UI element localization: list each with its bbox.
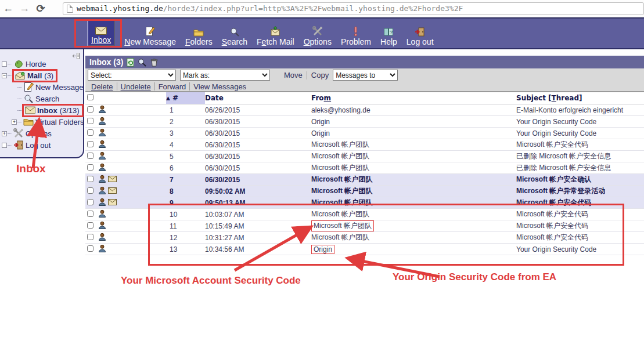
mark-as-dropdown[interactable]: Mark as:	[180, 70, 270, 81]
message-checkbox[interactable]	[87, 141, 93, 147]
forward-link[interactable]: Forward	[155, 82, 190, 91]
sender-avatar-icon	[98, 233, 106, 242]
toolbar-item-options[interactable]: Options	[304, 24, 332, 46]
message-checkbox[interactable]	[87, 164, 93, 171]
message-checkbox[interactable]	[87, 211, 93, 217]
message-row[interactable]: 4 06/30/2015 Microsoft 帐户团队 Microsoft 帐户…	[85, 139, 644, 151]
message-checkbox[interactable]	[87, 176, 93, 182]
copy-link[interactable]: Copy	[307, 71, 333, 79]
message-from[interactable]: Microsoft 帐户团队	[311, 152, 369, 160]
message-subject[interactable]: Microsoft 帐户安全确认	[516, 175, 591, 183]
subject-column-header[interactable]: Subject [Thread]	[516, 94, 644, 102]
message-subject[interactable]: Microsoft 帐户异常登录活动	[516, 187, 605, 195]
move-link[interactable]: Move	[280, 71, 307, 79]
message-from[interactable]: Microsoft 帐户团队	[311, 220, 374, 231]
message-row[interactable]: 3 06/30/2015 Origin Your Origin Security…	[85, 128, 644, 139]
back-icon[interactable]: ←	[0, 2, 16, 15]
message-row[interactable]: 1 06/26/2015 aleks@yhosting.de E-Mail-Ko…	[85, 104, 644, 116]
message-subject[interactable]: 已删除 Microsoft 帐户安全信息	[516, 164, 611, 172]
sidebar-item-virtual-folders[interactable]: +Virtual Folders	[0, 116, 83, 128]
tree-toggle-plus-icon[interactable]: +	[2, 131, 7, 136]
message-from[interactable]: Origin	[311, 118, 330, 126]
message-from[interactable]: Microsoft 帐户团队	[311, 210, 369, 218]
message-checkbox[interactable]	[87, 129, 93, 136]
toolbar-item-folders[interactable]: Folders	[185, 24, 213, 46]
tree-toggle-empty-icon[interactable]	[2, 61, 7, 67]
folder-tree: Horde−Mail(3)New MessageSearchInbox(3/13…	[0, 58, 83, 151]
message-from[interactable]: Microsoft 帐户团队	[311, 175, 372, 183]
toolbar-item-log-out[interactable]: Log out	[406, 24, 434, 46]
message-subject[interactable]: Microsoft 帐户安全代码	[516, 198, 591, 207]
message-checkbox[interactable]	[87, 222, 93, 229]
message-subject[interactable]: Your Origin Security Code	[516, 118, 596, 126]
message-from[interactable]: Microsoft 帐户团队	[311, 233, 369, 241]
message-from[interactable]: Origin	[311, 245, 334, 254]
messages-to-dropdown[interactable]: Messages to	[333, 70, 398, 81]
message-checkbox[interactable]	[87, 118, 93, 124]
message-subject[interactable]: Your Origin Security Code	[516, 129, 596, 137]
message-from[interactable]: Microsoft 帐户团队	[311, 187, 372, 195]
view-messages-link[interactable]: View Messages	[190, 82, 250, 91]
message-from[interactable]: Microsoft 帐户团队	[311, 140, 369, 148]
sidebar-item-new-message[interactable]: New Message	[0, 81, 83, 93]
from-column-header[interactable]: From	[311, 94, 516, 102]
undelete-link[interactable]: Undelete	[117, 82, 154, 91]
message-row[interactable]: 12 10:31:27 AM Microsoft 帐户团队 Microsoft …	[85, 232, 644, 244]
message-row[interactable]: 10 10:03:07 AM Microsoft 帐户团队 Microsoft …	[85, 209, 644, 220]
delete-link[interactable]: Delete	[88, 82, 117, 91]
sidebar-item-mail[interactable]: −Mail(3)	[0, 70, 83, 81]
date-column-header[interactable]: Date	[205, 94, 311, 102]
select-all-checkbox[interactable]	[87, 94, 93, 100]
sidebar-item-horde[interactable]: Horde	[0, 58, 83, 70]
sidebar-item-log-out[interactable]: Log out	[0, 139, 83, 151]
message-row[interactable]: 7 06/30/2015 Microsoft 帐户团队 Microsoft 帐户…	[85, 174, 644, 186]
sidebar-item-inbox[interactable]: Inbox(3/13)	[0, 104, 83, 116]
toolbar-item-new-message[interactable]: New Message	[124, 24, 176, 46]
sort-ascending-icon: ▲	[166, 95, 170, 101]
message-checkbox[interactable]	[87, 106, 93, 113]
message-row[interactable]: 6 06/30/2015 Microsoft 帐户团队 已删除 Microsof…	[85, 162, 644, 174]
trash-icon[interactable]	[150, 58, 159, 67]
toolbar-item-search[interactable]: Search	[222, 24, 247, 46]
message-row[interactable]: 2 06/30/2015 Origin Your Origin Security…	[85, 116, 644, 128]
forward-icon[interactable]: →	[16, 2, 33, 15]
message-row[interactable]: 8 09:50:02 AM Microsoft 帐户团队 Microsoft 帐…	[85, 186, 644, 197]
number-column-header[interactable]: ▲ #	[166, 92, 205, 104]
message-subject[interactable]: Microsoft 帐户安全代码	[516, 233, 588, 241]
message-row[interactable]: 13 10:34:56 AM Origin Your Origin Securi…	[85, 244, 644, 255]
message-from[interactable]: aleks@yhosting.de	[311, 106, 370, 114]
reload-icon[interactable]: ⟳	[33, 2, 49, 15]
message-subject[interactable]: Your Origin Security Code	[516, 245, 596, 253]
message-from[interactable]: Microsoft 帐户团队	[311, 164, 369, 172]
message-row[interactable]: 5 06/30/2015 Microsoft 帐户团队 已删除 Microsof…	[85, 151, 644, 162]
message-subject[interactable]: Microsoft 帐户安全代码	[516, 210, 588, 218]
toolbar-item-inbox[interactable]: Inbox	[87, 20, 115, 46]
message-checkbox[interactable]	[87, 199, 93, 205]
tree-toggle-plus-icon[interactable]: +	[12, 119, 17, 125]
toolbar-item-fetch-mail[interactable]: Fetch Mail	[257, 24, 294, 46]
message-from[interactable]: Microsoft 帐户团队	[311, 198, 372, 207]
toolbar-item-help[interactable]: ?Help	[380, 24, 397, 46]
tree-dotted-line	[8, 145, 12, 146]
message-from[interactable]: Origin	[311, 129, 330, 137]
message-subject[interactable]: Microsoft 帐户安全代码	[516, 222, 588, 230]
tree-toggle-minus-icon[interactable]: −	[2, 73, 7, 78]
message-checkbox[interactable]	[87, 187, 93, 194]
message-checkbox[interactable]	[87, 153, 93, 159]
refresh-icon[interactable]	[127, 58, 134, 67]
sidebar-item-options[interactable]: +Options	[0, 128, 83, 139]
message-subject[interactable]: 已删除 Microsoft 帐户安全信息	[516, 152, 611, 160]
toolbar-item-problem[interactable]: Problem	[341, 24, 371, 46]
message-checkbox[interactable]	[87, 234, 93, 240]
sidebar-item-search[interactable]: Search	[0, 93, 83, 104]
message-row[interactable]: 11 10:15:49 AM Microsoft 帐户团队 Microsoft …	[85, 220, 644, 232]
message-subject[interactable]: Microsoft 帐户安全代码	[516, 140, 588, 148]
search-icon[interactable]	[138, 58, 146, 67]
collapse-sidebar-icon[interactable]	[71, 52, 80, 62]
select-dropdown[interactable]: Select:	[88, 70, 176, 81]
tree-toggle-empty-icon[interactable]	[2, 143, 7, 148]
message-checkbox[interactable]	[87, 245, 93, 252]
address-bar[interactable]: webmail.yhosting.de/horde3/index.php?url…	[63, 2, 644, 15]
message-subject[interactable]: E-Mail-Konto erfolgreich eingericht	[516, 106, 623, 114]
message-row[interactable]: 9 09:50:13 AM Microsoft 帐户团队 Microsoft 帐…	[85, 197, 644, 209]
